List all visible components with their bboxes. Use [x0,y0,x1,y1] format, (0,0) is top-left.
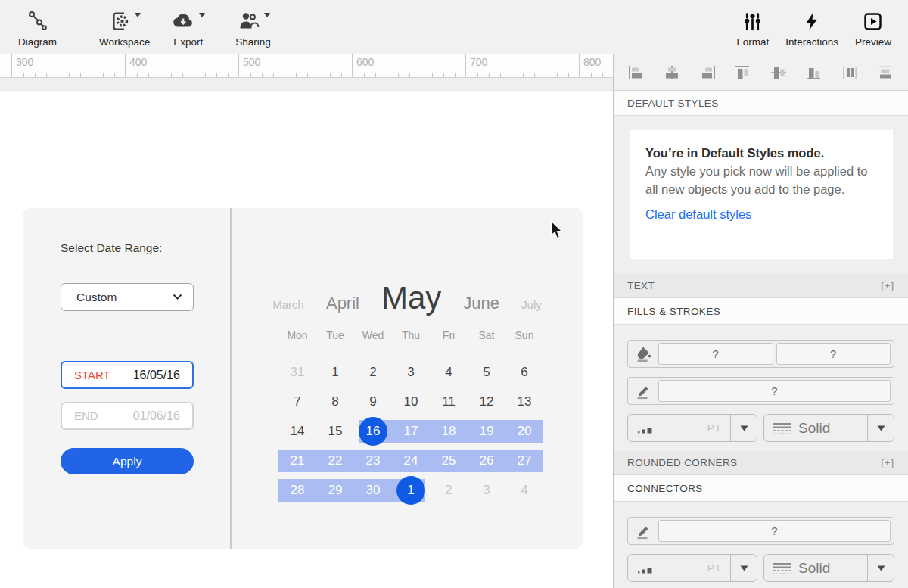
connector-width-dropdown[interactable]: PT [627,554,757,582]
calendar-day[interactable]: 3 [468,475,505,505]
calendar-day-number: 27 [518,453,532,468]
start-date-field[interactable]: START 16/05/16 [61,361,194,389]
calendar-day[interactable]: 2 [430,475,468,505]
ruler-tick [23,73,24,77]
rounded-corners-section-header[interactable]: ROUNDED CORNERS [+] [614,451,908,475]
stroke-width-style-row: PT Solid [627,414,894,442]
connector-style-dropdown[interactable]: Solid [763,554,894,582]
calendar-day[interactable]: 12 [468,387,505,416]
align-bottom-icon [805,64,823,81]
toolbar-interactions-button[interactable]: Interactions [781,0,843,54]
toolbar-workspace-button[interactable]: Workspace [95,0,154,54]
calendar-day[interactable]: 24 [392,446,430,475]
dropdown-arrow-icon[interactable] [730,415,757,441]
calendar-day[interactable]: 5 [468,357,505,387]
fill-color-value-1[interactable]: ? [658,343,773,365]
calendar-month-april[interactable]: April [326,294,359,313]
calendar-day[interactable]: 3 [392,357,430,387]
expand-icon[interactable]: [+] [881,457,894,468]
calendar-day[interactable]: 17 [392,416,430,446]
stroke-width-dropdown[interactable]: PT [627,414,757,442]
calendar-day[interactable]: 30 [354,475,392,505]
calendar-month-july[interactable]: July [521,298,542,311]
connectors-section-header[interactable]: CONNECTORS [614,475,908,502]
apply-button[interactable]: Apply [61,448,194,474]
ruler-tick [409,73,410,77]
toolbar-sharing-button[interactable]: Sharing [231,0,275,54]
fill-color-value-2[interactable]: ? [776,343,891,365]
calendar-day[interactable]: 2 [354,357,392,387]
calendar-day[interactable]: 20 [505,416,543,446]
connector-color-value[interactable]: ? [658,520,891,542]
calendar-day[interactable]: 21 [278,446,316,475]
calendar-day[interactable]: 14 [278,416,316,446]
connector-pencil-icon[interactable] [630,519,657,543]
clear-default-styles-link[interactable]: Clear default styles [645,207,751,222]
toolbar-interactions-label: Interactions [785,36,838,48]
calendar-day[interactable]: 29 [316,475,354,505]
align-center-horizontal-button[interactable] [661,63,683,82]
alignment-toolbar [614,54,908,91]
toolbar-export-button[interactable]: Export [166,0,210,54]
calendar-day[interactable]: 8 [316,387,354,416]
calendar-day[interactable]: 15 [316,416,354,446]
calendar-day-number: 21 [291,453,305,468]
stroke-color-value[interactable]: ? [658,380,891,402]
calendar-month-may[interactable]: May [381,280,441,316]
align-right-button[interactable] [697,63,718,82]
ruler-tick [137,73,138,77]
end-date-field[interactable]: END 01/06/16 [61,402,194,430]
align-left-button[interactable] [626,63,647,82]
calendar-day[interactable]: 23 [354,446,392,475]
design-canvas[interactable]: Select Date Range: Custom START 16/05/16… [0,91,613,588]
calendar-day[interactable]: 1 [392,475,430,505]
calendar-month-march[interactable]: March [272,298,304,311]
calendar-day[interactable]: 6 [505,357,543,387]
calendar-day[interactable]: 22 [316,446,354,475]
toolbar-workspace-label: Workspace [99,36,150,48]
toolbar-diagram-button[interactable]: Diagram [14,0,61,54]
text-section-header[interactable]: TEXT [+] [614,274,908,298]
fills-strokes-title: FILLS & STROKES [627,306,720,317]
toolbar-preview-button[interactable]: Preview [850,0,896,54]
calendar-day[interactable]: 4 [430,357,468,387]
align-bottom-button[interactable] [804,63,825,82]
calendar-day[interactable]: 9 [354,387,392,416]
calendar-day[interactable]: 19 [468,416,505,446]
calendar-day[interactable]: 11 [430,387,468,416]
expand-icon[interactable]: [+] [881,280,894,291]
calendar-day[interactable]: 13 [505,387,543,416]
fills-strokes-section-header[interactable]: FILLS & STROKES [614,298,908,325]
toolbar-format-button[interactable]: Format [732,0,773,54]
calendar-day[interactable]: 7 [278,387,316,416]
calendar-grid: 3112345678910111213141516171819202122232… [278,357,543,505]
distribute-horizontal-button[interactable] [839,63,860,82]
calendar-day[interactable]: 18 [430,416,468,446]
weekday-label: Thu [392,329,430,341]
dropdown-arrow-icon[interactable] [867,415,894,441]
calendar-week-row: 2829301234 [278,475,543,505]
calendar-day[interactable]: 16 [354,416,392,446]
calendar-day[interactable]: 31 [278,357,316,387]
calendar-day[interactable]: 26 [468,446,505,475]
calendar-day-number: 15 [328,424,343,439]
connector-style-value: Solid [798,560,830,577]
stroke-pencil-icon[interactable] [630,379,657,403]
calendar-day[interactable]: 10 [392,387,430,416]
range-type-dropdown[interactable]: Custom [61,283,194,311]
calendar-day[interactable]: 25 [430,446,468,475]
align-middle-vertical-button[interactable] [768,63,789,82]
calendar-day[interactable]: 28 [278,475,316,505]
calendar-day[interactable]: 4 [505,475,543,505]
stroke-style-dropdown[interactable]: Solid [763,414,894,442]
calendar-day[interactable]: 1 [316,357,354,387]
ruler-tick [477,73,478,77]
dropdown-arrow-icon[interactable] [730,555,757,581]
calendar-month-june[interactable]: June [463,294,499,313]
date-range-widget[interactable]: Select Date Range: Custom START 16/05/16… [23,208,583,549]
dropdown-arrow-icon[interactable] [867,555,894,581]
paint-bucket-icon[interactable] [630,342,657,366]
align-top-button[interactable] [732,63,754,82]
calendar-day[interactable]: 27 [505,446,543,475]
distribute-vertical-button[interactable] [875,63,896,82]
